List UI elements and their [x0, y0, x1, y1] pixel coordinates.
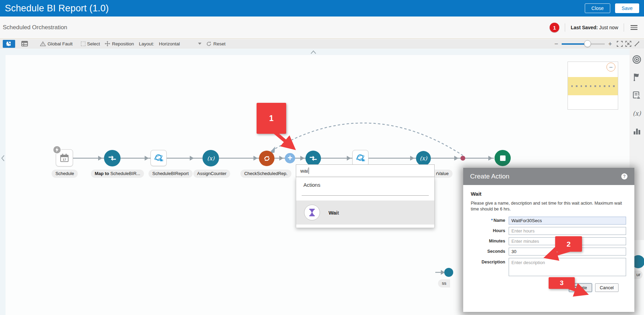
assign-x-icon: (x)	[420, 155, 427, 162]
assign-x-icon: (x)	[207, 155, 215, 162]
node-label-checkscheduledrep[interactable]: CheckScheduledRep.	[240, 170, 291, 178]
cancel-button[interactable]: Cancel	[595, 283, 619, 292]
panel-header: Create Action ?	[463, 168, 634, 185]
expand-diagonal-icon[interactable]	[634, 41, 640, 47]
label-text: ScheduleBIReport	[152, 171, 189, 176]
node-label-fragment-ur[interactable]: ur	[634, 271, 643, 279]
loop-refresh-icon	[263, 154, 271, 163]
node-label-schedulebireport[interactable]: ScheduleBIReport	[148, 170, 193, 178]
label-text: ss	[442, 281, 446, 286]
analytics-chart-icon[interactable]	[632, 126, 642, 136]
name-field[interactable]	[509, 217, 626, 225]
result-item-wait[interactable]: Wait	[296, 200, 434, 225]
flow-node-map-to-schedulebireport[interactable]	[104, 150, 121, 166]
integration-type-label: Scheduled Orchestration	[3, 24, 67, 31]
label-text: ur	[636, 272, 641, 277]
seconds-label: Seconds	[471, 249, 505, 254]
flow-node-fragment-left	[444, 268, 453, 277]
zoom-slider-knob[interactable]	[584, 40, 591, 47]
move-cross-icon	[105, 41, 110, 46]
flow-node-adapter-2[interactable]	[352, 150, 368, 166]
zoom-in-button[interactable]: +	[608, 41, 612, 47]
milestone-flag-icon[interactable]	[632, 72, 642, 83]
reposition-tool-button[interactable]: Reposition	[105, 41, 134, 46]
hourglass-icon	[308, 208, 316, 217]
flow-node-checkscheduledreport-loop[interactable]	[259, 151, 274, 166]
save-button[interactable]: Save	[615, 3, 639, 13]
fit-to-window-icon[interactable]	[617, 41, 623, 47]
create-action-panel: Create Action ? Wait Please give a name,…	[463, 168, 634, 312]
canvas-toolbar: Global Fault Select Reposition Layout: H…	[0, 39, 644, 48]
flow-node-assign-2[interactable]: (x)	[416, 151, 431, 166]
help-icon[interactable]: ?	[621, 173, 627, 180]
annotation-badge-1: 1	[550, 23, 559, 32]
adapter-globe-icon	[355, 153, 366, 163]
select-tool-button[interactable]: Select	[81, 41, 100, 46]
description-label: Description	[471, 260, 505, 264]
app-header: Schedule BI Report (1.0) Close Save	[0, 0, 644, 17]
flow-node-map-2[interactable]	[305, 151, 321, 166]
actual-size-icon[interactable]	[625, 41, 631, 47]
subheader: Scheduled Orchestration 1 Last Saved: Ju…	[0, 17, 644, 39]
map-icon	[309, 154, 318, 163]
action-search-input[interactable]: wai	[296, 164, 435, 177]
flow-node-schedule[interactable]: 17	[56, 149, 73, 166]
description-field[interactable]	[509, 258, 626, 276]
node-label-fragment-ss[interactable]: ss	[438, 279, 450, 287]
flow-node-schedulebireport-adapter[interactable]	[150, 150, 167, 166]
flow-node-end[interactable]	[495, 150, 511, 166]
minutes-label: Minutes	[471, 239, 505, 243]
divider	[624, 23, 624, 32]
end-stop-icon	[500, 155, 506, 161]
divider	[565, 23, 565, 32]
global-fault-button[interactable]: Global Fault	[40, 41, 73, 46]
label-text: AssignCounter	[197, 171, 226, 176]
schedule-badge	[53, 145, 61, 154]
select-marquee-icon	[81, 42, 85, 46]
zoom-out-button[interactable]: −	[554, 41, 558, 47]
close-button[interactable]: Close	[585, 3, 610, 13]
reset-label: Reset	[213, 41, 225, 46]
last-saved-value: Just now	[599, 25, 618, 30]
hamburger-menu-icon[interactable]	[630, 24, 638, 31]
layout-dropdown[interactable]: Horizontal	[157, 41, 201, 46]
wait-icon-circle	[304, 205, 320, 220]
last-saved-status: Last Saved: Just now	[571, 25, 618, 30]
node-label-fragment-rvalue[interactable]: rValue	[435, 170, 453, 178]
canvas-fit-controls	[617, 41, 640, 47]
puzzle-icon	[6, 40, 12, 47]
node-label-assigncounter[interactable]: AssignCounter	[193, 170, 230, 178]
node-label-map1[interactable]: Map to ScheduleBIR...	[91, 170, 144, 178]
merge-point-dot[interactable]	[460, 156, 465, 161]
global-fault-label: Global Fault	[48, 41, 73, 46]
label-text: CheckScheduledRep.	[244, 171, 288, 176]
hours-field[interactable]	[509, 227, 626, 235]
reposition-label: Reposition	[112, 41, 134, 46]
list-view-button[interactable]	[19, 40, 30, 48]
text-cursor	[309, 167, 309, 174]
wait-heading: Wait	[471, 191, 626, 197]
variables-icon[interactable]: (x)	[632, 108, 642, 118]
scroll-up-arrow[interactable]	[311, 51, 316, 54]
flow-node-assigncounter[interactable]: (x)	[202, 150, 219, 166]
errors-report-icon[interactable]	[632, 90, 642, 100]
tracking-target-icon[interactable]	[632, 54, 642, 65]
reset-refresh-icon	[206, 41, 211, 46]
select-label: Select	[87, 41, 100, 46]
node-label-schedule[interactable]: Schedule	[52, 170, 78, 178]
design-view-button[interactable]	[3, 40, 15, 48]
minimap[interactable]: –	[568, 62, 618, 110]
flow-insert-plus-node[interactable]: +	[285, 153, 295, 163]
wait-description: Please give a name, description and set …	[471, 200, 626, 212]
reset-layout-button[interactable]: Reset	[206, 41, 225, 46]
layout-value: Horizontal	[159, 41, 180, 46]
search-query-text: wai	[300, 168, 308, 174]
scroll-left-arrow[interactable]	[2, 155, 4, 161]
minimap-flow-band	[568, 77, 618, 95]
minimap-collapse-button[interactable]: –	[606, 63, 615, 72]
subheader-right: 1 Last Saved: Just now	[550, 23, 638, 32]
zoom-slider[interactable]	[562, 40, 605, 47]
calendar-day: 17	[63, 158, 66, 161]
panel-title: Create Action	[470, 173, 509, 180]
orchestration-canvas[interactable]: 17 (x) +	[0, 49, 644, 315]
